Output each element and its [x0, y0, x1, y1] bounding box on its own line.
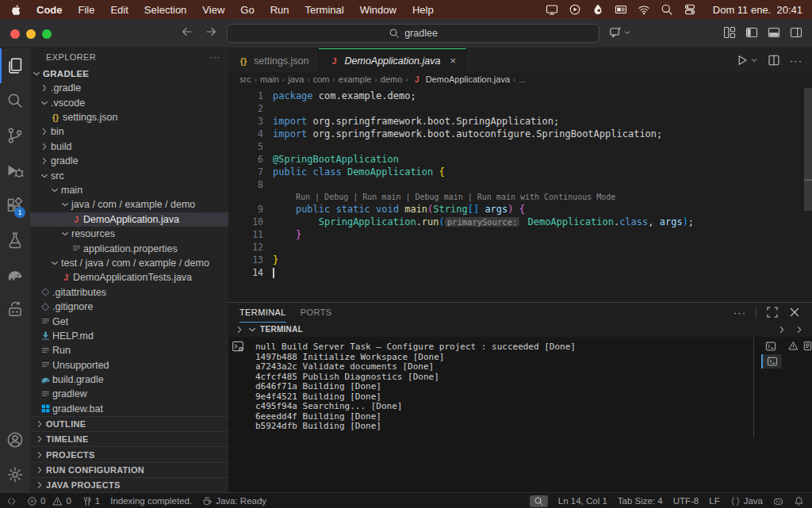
toggle-secondary-sidebar-icon[interactable] — [790, 26, 802, 39]
battery-icon[interactable] — [612, 3, 630, 16]
search-view-icon[interactable] — [0, 83, 30, 118]
breadcrumb-example[interactable]: example — [339, 74, 372, 84]
gradle-icon[interactable] — [0, 258, 30, 292]
section-projects[interactable]: PROJECTS — [30, 446, 228, 461]
explorer-view-icon[interactable] — [0, 48, 30, 83]
terminal-tab-task[interactable] — [761, 339, 780, 353]
tree-item-test-java-com-example-demo[interactable]: test / java / com / example / demo — [30, 256, 228, 270]
menu-item-help[interactable]: Help — [404, 4, 442, 16]
tree-item-unsupported[interactable]: Unsupported — [30, 358, 228, 372]
indexing-status[interactable]: Indexing completed. — [110, 496, 192, 506]
maximize-panel-icon[interactable] — [766, 306, 779, 319]
tree-item-main[interactable]: main — [30, 183, 228, 197]
breadcrumb-demo[interactable]: demo — [381, 74, 403, 84]
cursor-position[interactable]: Ln 14, Col 1 — [558, 496, 607, 506]
command-center-search[interactable]: gradlee — [227, 24, 599, 43]
tree-item-run[interactable]: Run — [30, 343, 228, 357]
tree-item-help-md[interactable]: HELP.md — [30, 329, 228, 343]
settings-gear-icon[interactable] — [0, 457, 30, 492]
editor-more-actions[interactable]: ··· — [790, 55, 802, 67]
remote-indicator-icon[interactable] — [6, 496, 17, 506]
tree-item-demoapplicationtests-java[interactable]: JDemoApplicationTests.java — [30, 270, 228, 285]
window-zoom-button[interactable] — [42, 29, 52, 39]
menu-item-edit[interactable]: Edit — [102, 4, 136, 16]
terminal-content[interactable]: null Build Server Task — Configure proje… — [228, 337, 812, 492]
tree-item-gradlew-bat[interactable]: gradlew.bat — [30, 402, 228, 416]
problems-indicator[interactable]: 0 0 — [27, 496, 71, 506]
explorer-more-actions[interactable]: ··· — [209, 52, 220, 62]
panel-more-actions[interactable]: ··· — [733, 307, 746, 319]
menu-item-window[interactable]: Window — [352, 4, 404, 16]
forks-indicator[interactable]: 1 — [82, 496, 100, 506]
editor-scrollbar[interactable] — [804, 88, 812, 211]
menu-item-run[interactable]: Run — [262, 4, 297, 16]
menu-item-selection[interactable]: Selection — [136, 4, 194, 16]
chevron-right-icon[interactable] — [795, 323, 804, 336]
tree-item-build[interactable]: build — [30, 139, 228, 154]
record-icon[interactable] — [566, 3, 584, 16]
tree-item-application-properties[interactable]: application.properties — [30, 241, 228, 255]
tree-item-gradle[interactable]: gradle — [30, 154, 228, 168]
account-icon[interactable] — [0, 422, 30, 457]
tab-demoapplication-java[interactable]: JDemoApplication.java× — [319, 48, 466, 72]
control-center-icon[interactable] — [681, 3, 699, 16]
spotlight-icon[interactable] — [658, 3, 676, 16]
menubar-clock[interactable]: Dom 11 ene. 20:41 — [713, 4, 802, 16]
menu-item-view[interactable]: View — [194, 4, 232, 16]
language-mode[interactable]: Java — [730, 496, 763, 506]
tree-item-gradlee[interactable]: GRADLEE — [30, 67, 228, 81]
section-run-configuration[interactable]: RUN CONFIGURATION — [30, 462, 228, 477]
breadcrumb-src[interactable]: src — [239, 74, 251, 84]
tree-item-get[interactable]: Get — [30, 314, 228, 328]
split-editor-icon[interactable] — [768, 54, 780, 67]
window-minimize-button[interactable] — [26, 29, 36, 39]
robot-icon[interactable] — [0, 292, 30, 327]
testing-icon[interactable] — [0, 223, 30, 258]
tree-item-gitignore[interactable]: .gitignore — [30, 300, 228, 314]
menu-item-go[interactable]: Go — [232, 4, 262, 16]
breadcrumb-more[interactable]: ... — [519, 74, 526, 84]
tree-item-settings-json[interactable]: {}settings.json — [30, 110, 228, 124]
zoom-indicator[interactable] — [530, 495, 548, 507]
tree-item-gitattributes[interactable]: .gitattributes — [30, 285, 228, 300]
run-dropdown-icon[interactable] — [750, 54, 758, 67]
tree-item-vscode[interactable]: .vscode — [30, 95, 228, 109]
terminal-tabs-sash[interactable] — [753, 337, 754, 437]
java-status[interactable]: Java: Ready — [202, 496, 266, 506]
section-timeline[interactable]: TIMELINE — [30, 431, 228, 446]
apple-icon[interactable] — [0, 4, 29, 16]
toggle-primary-sidebar-icon[interactable] — [745, 26, 758, 39]
codelens-actions[interactable]: Run | Debug | Run main | Debug main | Ru… — [228, 191, 812, 203]
eol-indicator[interactable]: LF — [709, 496, 719, 506]
display-icon[interactable] — [543, 3, 561, 16]
menu-item-file[interactable]: File — [71, 4, 103, 16]
tree-item-src[interactable]: src — [30, 168, 228, 182]
breadcrumb-java[interactable]: java — [288, 74, 304, 84]
encoding-indicator[interactable]: UTF-8 — [673, 496, 699, 506]
wifi-icon[interactable] — [635, 3, 653, 16]
tab-settings-json[interactable]: {}settings.json — [228, 48, 319, 72]
menu-app-name[interactable]: Code — [29, 4, 71, 16]
bell-icon[interactable] — [794, 496, 804, 506]
back-button[interactable] — [181, 25, 193, 38]
toggle-panel-icon[interactable] — [768, 26, 780, 39]
panel-tab-ports[interactable]: PORTS — [301, 303, 332, 323]
tree-item-build-gradle[interactable]: build.gradle — [30, 372, 228, 387]
drop-icon[interactable] — [589, 3, 607, 16]
tree-item-gradle[interactable]: .gradle — [30, 81, 228, 95]
tree-item-resources[interactable]: resources — [30, 227, 228, 241]
code-editor[interactable]: 1package com.example.demo; 2 3import org… — [228, 86, 812, 302]
window-close-button[interactable] — [10, 29, 20, 39]
menu-item-terminal[interactable]: Terminal — [297, 4, 352, 16]
copilot-chat-button[interactable] — [609, 26, 631, 39]
section-java-projects[interactable]: JAVA PROJECTS — [30, 477, 228, 492]
chevron-right-icon[interactable] — [777, 323, 787, 336]
tab-size-indicator[interactable]: Tab Size: 4 — [618, 496, 663, 506]
run-button[interactable] — [736, 54, 749, 67]
customize-layout-icon[interactable] — [723, 26, 736, 39]
breadcrumb[interactable]: src›main›java›com›example›demo›JDemoAppl… — [228, 72, 812, 86]
copilot-icon[interactable] — [773, 496, 783, 506]
breadcrumb-main[interactable]: main — [260, 74, 279, 84]
tree-item-demoapplication-java[interactable]: JDemoApplication.java — [30, 212, 228, 227]
tree-item-java-com-example-demo[interactable]: java / com / example / demo — [30, 197, 228, 212]
